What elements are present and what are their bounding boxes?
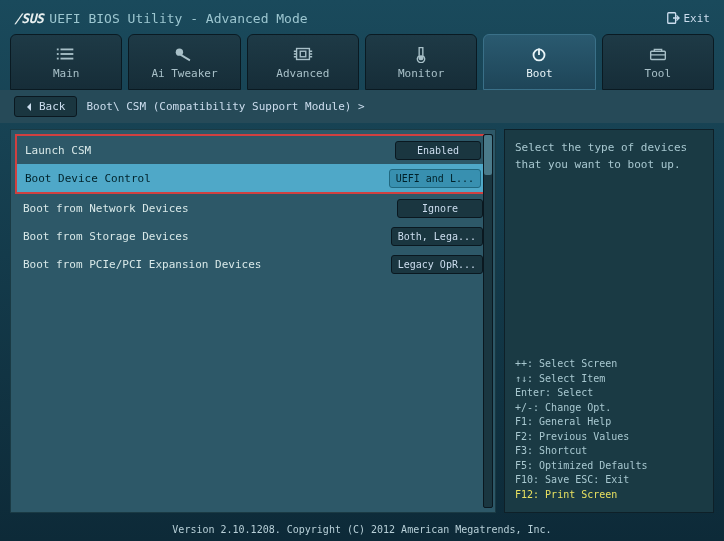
tab-boot[interactable]: Boot (483, 34, 595, 90)
help-key-line: +/-: Change Opt. (515, 401, 703, 416)
nav-tabs: Main Ai Tweaker Advanced Monitor Boot To… (0, 32, 724, 90)
breadcrumb-bar: Back Boot\ CSM (Compatibility Support Mo… (0, 90, 724, 123)
help-key-line: F5: Optimized Defaults (515, 459, 703, 474)
tab-advanced[interactable]: Advanced (247, 34, 359, 90)
scrollbar[interactable] (483, 134, 493, 508)
tab-label: Advanced (276, 67, 329, 80)
breadcrumb: Boot\ CSM (Compatibility Support Module)… (87, 100, 365, 113)
brand: /SUS UEFI BIOS Utility - Advanced Mode (14, 11, 308, 26)
back-arrow-icon (25, 102, 35, 112)
svg-point-10 (419, 55, 423, 59)
back-label: Back (39, 100, 66, 113)
exit-label: Exit (684, 12, 711, 25)
option-value[interactable]: Enabled (395, 141, 481, 160)
help-key-line: F1: General Help (515, 415, 703, 430)
tab-main[interactable]: Main (10, 34, 122, 90)
option-launch-csm[interactable]: Launch CSM Enabled (17, 136, 489, 164)
option-boot-network[interactable]: Boot from Network Devices Ignore (15, 194, 491, 222)
help-key-line: Enter: Select (515, 386, 703, 401)
svg-rect-6 (61, 57, 74, 59)
options-pane: Launch CSM Enabled Boot Device Control U… (10, 129, 496, 513)
svg-rect-2 (61, 48, 74, 50)
chip-icon (292, 45, 314, 63)
back-button[interactable]: Back (14, 96, 77, 117)
help-keys: ++: Select Screen ↑↓: Select Item Enter:… (515, 357, 703, 502)
help-key-line: F2: Previous Values (515, 430, 703, 445)
svg-rect-9 (300, 51, 306, 57)
list-icon (55, 45, 77, 63)
option-value[interactable]: UEFI and L... (389, 169, 481, 188)
svg-rect-1 (57, 48, 59, 50)
help-description: Select the type of devices that you want… (515, 140, 703, 173)
tab-label: Monitor (398, 67, 444, 80)
tab-label: Boot (526, 67, 553, 80)
svg-rect-8 (296, 48, 309, 59)
option-value[interactable]: Ignore (397, 199, 483, 218)
title-bar: /SUS UEFI BIOS Utility - Advanced Mode E… (0, 0, 724, 32)
version-footer: Version 2.10.1208. Copyright (C) 2012 Am… (0, 524, 724, 535)
option-label: Launch CSM (25, 144, 91, 157)
option-label: Boot from Network Devices (23, 202, 189, 215)
help-pane: Select the type of devices that you want… (504, 129, 714, 513)
svg-rect-3 (57, 53, 59, 55)
tab-monitor[interactable]: Monitor (365, 34, 477, 90)
tab-label: Tool (645, 67, 672, 80)
option-boot-storage[interactable]: Boot from Storage Devices Both, Lega... (15, 222, 491, 250)
tab-ai-tweaker[interactable]: Ai Tweaker (128, 34, 240, 90)
app-title: UEFI BIOS Utility - Advanced Mode (49, 11, 307, 26)
tab-tool[interactable]: Tool (602, 34, 714, 90)
tab-label: Ai Tweaker (151, 67, 217, 80)
main-area: Launch CSM Enabled Boot Device Control U… (0, 123, 724, 519)
help-key-line: F10: Save ESC: Exit (515, 473, 703, 488)
asus-logo: /SUS (14, 11, 43, 26)
help-key-line: ++: Select Screen (515, 357, 703, 372)
power-icon (528, 45, 550, 63)
highlight-box: Launch CSM Enabled Boot Device Control U… (15, 134, 491, 194)
option-value[interactable]: Both, Lega... (391, 227, 483, 246)
option-value[interactable]: Legacy OpR... (391, 255, 483, 274)
help-key-line: ↑↓: Select Item (515, 372, 703, 387)
tab-label: Main (53, 67, 80, 80)
exit-icon (666, 11, 680, 25)
svg-rect-5 (57, 57, 59, 59)
option-label: Boot from Storage Devices (23, 230, 189, 243)
option-boot-device-control[interactable]: Boot Device Control UEFI and L... (17, 164, 489, 192)
thermometer-icon (410, 45, 432, 63)
toolbox-icon (647, 45, 669, 63)
help-key-line-highlight: F12: Print Screen (515, 488, 703, 503)
help-key-line: F3: Shortcut (515, 444, 703, 459)
svg-rect-4 (61, 53, 74, 55)
option-boot-pcie[interactable]: Boot from PCIe/PCI Expansion Devices Leg… (15, 250, 491, 278)
scrollbar-thumb[interactable] (484, 135, 492, 175)
exit-button[interactable]: Exit (666, 11, 711, 25)
option-label: Boot Device Control (25, 172, 151, 185)
option-label: Boot from PCIe/PCI Expansion Devices (23, 258, 261, 271)
wrench-icon (173, 45, 195, 63)
